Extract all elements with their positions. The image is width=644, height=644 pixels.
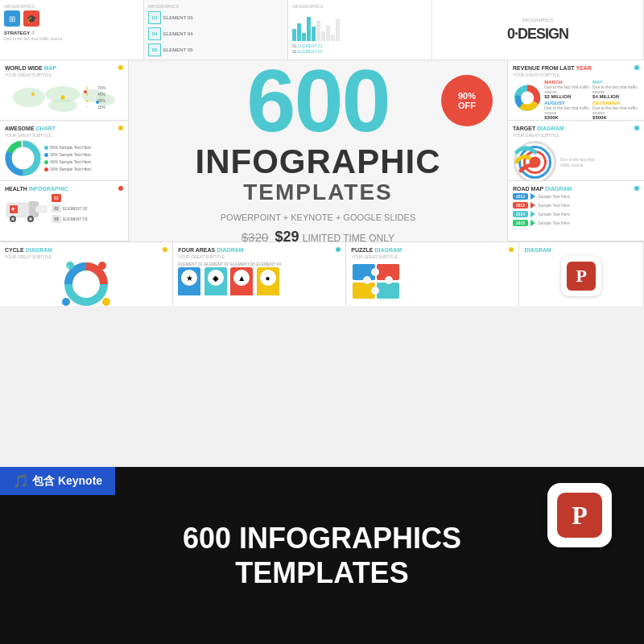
awesome-chart-subtitle: YOUR GREAT SUBTITLE <box>5 133 123 138</box>
revenue-subtitle: YOUR GREAT SUBTITLE <box>513 72 639 77</box>
odesign-content: INFOGRAPHICS 0·DESIGN <box>507 18 568 43</box>
health-highlight: INFOGRAPHIC <box>29 186 68 192</box>
month-dec-desc: Due to the fact that traffic source <box>592 105 639 115</box>
infographics-label: INFOGRAPHICS <box>148 4 283 9</box>
svg-point-40 <box>62 298 70 306</box>
hero-word: INFOGRAPHIC <box>196 145 441 179</box>
chart-title-highlight: CHART <box>36 126 56 131</box>
svg-text:D: D <box>67 265 70 270</box>
roadmap-row-2: 2012 Sample Text Here <box>513 202 639 208</box>
revenue-highlight: YEAR <box>576 65 591 71</box>
area-bar-4: ● <box>257 267 279 295</box>
ppt-mini-letter: P <box>567 262 596 291</box>
dot-teal-revenue <box>634 65 639 70</box>
hero-number: 600 <box>246 56 390 145</box>
bar-4 <box>307 17 311 41</box>
icon-box-1: ⊞ <box>4 10 20 27</box>
bar-10 <box>336 19 340 41</box>
el-label-04: ELEMENT 04 <box>163 31 193 36</box>
el-label-03: ELEMENT 03 <box>63 217 87 221</box>
world-map-svg: 70% 45% 30% 15% ★ ★ ★ ★ <box>5 80 122 120</box>
bar-6 <box>316 21 320 41</box>
world-map-title: WORLD WIDE MAP <box>5 65 123 71</box>
four-areas-subtitle: YOUR GREAT SUBTITLE <box>178 254 341 259</box>
bar-7 <box>321 31 325 41</box>
health-el-02: 02 ELEMENT 02 <box>52 204 87 213</box>
svg-text:★: ★ <box>85 85 89 90</box>
year-2012: 2012 <box>513 202 528 208</box>
dot-red-health <box>118 186 123 191</box>
four-areas-title: FOUR AREAS DIAGRAM <box>178 247 341 253</box>
year-2012-text: Sample Text Here <box>538 203 639 208</box>
world-title-text: WORLD WIDE <box>5 65 43 71</box>
svg-point-5 <box>61 96 65 100</box>
hero-center: 90% OFF 600 INFOGRAPHIC TEMPLATES POWERP… <box>129 60 507 242</box>
legend-dot-1 <box>44 146 48 150</box>
el-num-05: 05 <box>148 43 161 56</box>
roadmap-row-4: 2015 Sample Text Here <box>513 220 639 226</box>
puzzle-visual <box>351 262 415 303</box>
el-num-03: 03 <box>148 11 161 24</box>
ppt-icon-wrap: P <box>547 483 612 547</box>
bottom-black: 🎵 包含 Keynote P 600 INFOGRAPHICS TEMPLATE… <box>0 467 644 644</box>
left-col: WORLD WIDE MAP YOUR GREAT SUBTITLE <box>0 60 129 242</box>
health-elements: 01 02 ELEMENT 02 03 ELEMENT 03 <box>52 194 87 223</box>
svg-text:15%: 15% <box>97 105 106 109</box>
bar-9 <box>331 35 335 41</box>
strategy-sub: Due to the fact that traffic source <box>4 36 139 41</box>
svg-text:45%: 45% <box>97 92 106 97</box>
roadmap-row-1: 2013 Sample Text Here <box>513 193 639 200</box>
target-content: Due to the fact thattraffic source <box>513 140 639 181</box>
last-panel-highlight: DIAGRAM <box>524 247 551 253</box>
health-panel: HEALTH INFOGRAPHIC + <box>0 181 128 242</box>
month-march-desc: Due to the fact that traffic source <box>544 85 591 94</box>
puzzle-subtitle: YOUR GREAT SUBTITLE <box>351 254 514 259</box>
month-aug-val: $300K <box>544 115 591 120</box>
area-bar-1: ★ <box>178 267 200 295</box>
badge-90-off: 90% OFF <box>441 75 493 126</box>
dot-yellow-chart <box>118 126 123 130</box>
health-el-03: 03 ELEMENT 03 <box>52 215 87 223</box>
svg-rect-46 <box>377 283 399 299</box>
el-02-label: ELEMENT 02 <box>204 262 229 266</box>
el-01-label: ELEMENT 01 <box>178 262 202 266</box>
target-highlight: DIAGRAM <box>537 126 564 131</box>
svg-point-31 <box>521 91 534 104</box>
health-el-01: 01 <box>52 194 87 202</box>
year-2014-text: Sample Text Here <box>538 212 639 217</box>
roadmap-content: 2013 Sample Text Here 2012 Sample Text H… <box>513 193 639 226</box>
health-title: HEALTH INFOGRAPHIC <box>5 186 123 192</box>
cycle-visual: D <box>5 262 167 306</box>
el-04-label: ELEMENT 04 <box>257 262 281 266</box>
svg-point-26 <box>11 217 14 221</box>
year-2015-text: Sample Text Here <box>538 221 639 225</box>
legend-dot-4 <box>44 167 48 171</box>
cycle-title: CYCLE DIAGRAM <box>5 247 167 253</box>
target-title: TARGET DIAGRAM <box>513 126 639 131</box>
target-subtitle: YOUR GREAT SUBTITLE <box>513 133 639 138</box>
target-panel: TARGET DIAGRAM YOUR GREAT SUBTITLE <box>508 121 644 181</box>
area-icon-4: ● <box>260 270 276 286</box>
svg-rect-29 <box>35 206 47 213</box>
strategy-label: STRATEGY 4 <box>4 29 139 36</box>
top-icons: ⊞ 🎓 <box>4 10 139 27</box>
legend-1: 50% Sample Text Here <box>44 145 91 150</box>
svg-point-2 <box>48 99 77 112</box>
top-panel-3-label: INFOGRAPHICS <box>292 4 427 9</box>
hero-sub: TEMPLATES <box>243 179 392 206</box>
roadmap-row-3: 2014 Sample Text Here <box>513 211 639 217</box>
icon-box-2: 🎓 <box>23 10 39 27</box>
keynote-label: 包含 Keynote <box>32 474 102 489</box>
roadmap-panel: ROAD MAP DIAGRAM 2013 Sample Text Here 2… <box>508 181 644 242</box>
month-december: DECEMBER Due to the fact that traffic so… <box>592 101 639 120</box>
top-panel-1-label: INFOGRAPHICS <box>4 4 139 9</box>
awesome-chart-panel: AWESOME CHART YOUR GREAT SUBTITLE 50% Sa… <box>0 121 128 181</box>
four-areas-panel: FOUR AREAS DIAGRAM YOUR GREAT SUBTITLE E… <box>173 242 346 306</box>
month-march-val: $2 MILLION <box>544 94 591 99</box>
month-may-desc: Due to the fact that traffic source <box>592 85 639 94</box>
svg-point-48 <box>371 287 379 295</box>
year-2014: 2014 <box>513 211 528 217</box>
hero-compat: POWERPOINT + KEYNOTE + GOOGLE SLIDES <box>221 213 415 222</box>
roadmap-highlight: DIAGRAM <box>545 186 572 192</box>
last-panel-title: DIAGRAM <box>524 247 638 253</box>
